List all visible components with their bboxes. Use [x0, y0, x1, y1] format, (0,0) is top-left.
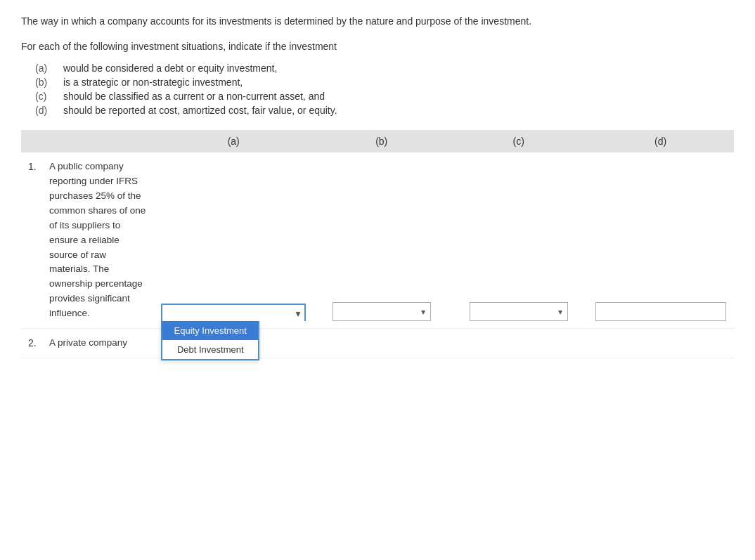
- row2-desc-wrapper: 2. A private company: [28, 336, 147, 351]
- row1-col-c-select-wrapper[interactable]: Current Non-Current: [470, 302, 568, 321]
- col-header-b: (b): [313, 130, 450, 152]
- list-text-c: should be classified as a current or a n…: [63, 91, 325, 102]
- row2-col-b: [313, 329, 450, 358]
- dropdown-option-debt[interactable]: Debt Investment: [162, 340, 258, 359]
- row1-col-b-select[interactable]: Strategic Non-Strategic: [333, 302, 431, 321]
- list-item-b: (b) is a strategic or non-strategic inve…: [35, 77, 734, 88]
- row1-col-d-input[interactable]: [595, 302, 726, 321]
- list-text-a: would be considered a debt or equity inv…: [63, 63, 277, 74]
- list-item-c: (c) should be classified as a current or…: [35, 91, 734, 102]
- list-text-d: should be reported at cost, amortized co…: [63, 105, 337, 116]
- col-header-c: (c): [450, 130, 587, 152]
- col-header-a: (a): [154, 130, 313, 152]
- row2-number: 2.: [28, 336, 49, 349]
- row2-col-d: [587, 329, 734, 358]
- row1-desc-wrapper: 1. A public company reporting under IFRS…: [28, 159, 147, 321]
- row2-col-c: [450, 329, 587, 358]
- row1-col-a-dropdown-list: Equity Investment Debt Investment: [161, 321, 259, 360]
- list-text-b: is a strategic or non-strategic investme…: [63, 77, 243, 88]
- row1-number: 1.: [28, 159, 49, 172]
- list-item-a: (a) would be considered a debt or equity…: [35, 63, 734, 74]
- dropdown-option-equity[interactable]: Equity Investment: [162, 321, 258, 340]
- table-row: 2. A private company: [21, 329, 734, 358]
- col-header-d: (d): [587, 130, 734, 152]
- list-label-d: (d): [35, 105, 63, 116]
- row2-description: A private company: [49, 336, 127, 351]
- row1-col-a-dropdown-wrapper[interactable]: ▾ Equity Investment Debt Investment: [161, 304, 306, 321]
- row1-col-c-select[interactable]: Current Non-Current: [470, 302, 568, 321]
- investment-table: (a) (b) (c) (d) 1. A public company repo…: [21, 130, 734, 358]
- intro-line1: The way in which a company accounts for …: [21, 14, 734, 29]
- row1-col-a-input[interactable]: [161, 304, 306, 321]
- col-header-description: [21, 130, 154, 152]
- page-container: The way in which a company accounts for …: [0, 0, 755, 560]
- list-label-a: (a): [35, 63, 63, 74]
- intro-line2: For each of the following investment sit…: [21, 39, 734, 54]
- table-row: 1. A public company reporting under IFRS…: [21, 152, 734, 329]
- list-item-d: (d) should be reported at cost, amortize…: [35, 105, 734, 116]
- list-label-c: (c): [35, 91, 63, 102]
- requirement-list: (a) would be considered a debt or equity…: [35, 63, 734, 116]
- row1-description: A public company reporting under IFRS pu…: [49, 159, 147, 321]
- row1-col-b-select-wrapper[interactable]: Strategic Non-Strategic: [333, 302, 431, 321]
- list-label-b: (b): [35, 77, 63, 88]
- table-header-row: (a) (b) (c) (d): [21, 130, 734, 152]
